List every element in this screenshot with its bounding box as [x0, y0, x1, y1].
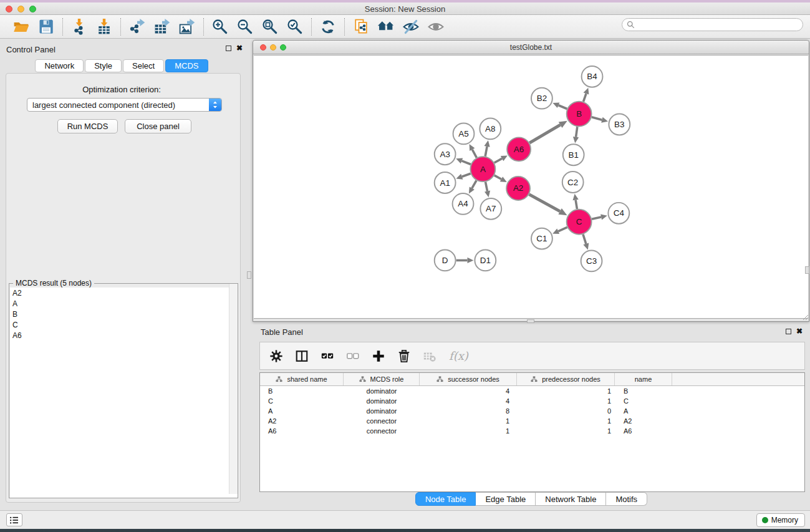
table-cell[interactable]: A6 [260, 426, 344, 436]
table-cell[interactable]: connector [344, 426, 420, 436]
node-A4[interactable]: A4 [453, 193, 474, 215]
table-cell[interactable]: A6 [615, 426, 672, 436]
add-column-button[interactable] [371, 349, 386, 364]
export-network-button[interactable] [128, 17, 147, 36]
export-image-button[interactable] [178, 17, 196, 36]
edge-B-B4[interactable] [584, 88, 589, 102]
node-A7[interactable]: A7 [480, 198, 501, 220]
mcds-result-item[interactable]: C [10, 319, 238, 330]
edge-B-B3[interactable] [592, 117, 608, 123]
table-cell[interactable]: 1 [517, 416, 615, 426]
table-cell[interactable]: 1 [420, 426, 517, 436]
node-D[interactable]: D [435, 250, 456, 271]
memory-button[interactable]: Memory [756, 513, 805, 527]
home-view-button[interactable] [377, 17, 395, 36]
import-network-button[interactable] [70, 17, 89, 36]
table-cell[interactable]: 4 [420, 396, 517, 406]
export-table-button[interactable] [153, 17, 171, 36]
node-A5[interactable]: A5 [453, 123, 475, 144]
tab-network[interactable]: Network [35, 59, 84, 72]
node-B[interactable]: B [567, 102, 592, 127]
node-A6[interactable]: A6 [507, 137, 531, 161]
hide-graphics-details-button[interactable] [402, 17, 420, 36]
open-session-button[interactable] [12, 17, 31, 36]
table-cell[interactable]: 1 [517, 396, 615, 406]
mcds-result-item[interactable]: A [10, 298, 238, 309]
table-row[interactable]: Cdominator41C [260, 396, 804, 406]
edge-D-D1[interactable] [456, 258, 474, 263]
table-cell[interactable]: 1 [517, 426, 615, 436]
mcds-result-item[interactable]: A2 [10, 288, 238, 298]
tab-motifs[interactable]: Motifs [606, 492, 647, 506]
edge-A6-B[interactable] [529, 121, 567, 143]
save-session-button[interactable] [37, 17, 55, 36]
mcds-result-item[interactable]: A6 [10, 330, 238, 341]
node-A2[interactable]: A2 [506, 177, 530, 200]
table-cell[interactable]: B [615, 386, 672, 396]
column-header-name[interactable]: name [615, 373, 672, 385]
table-cell[interactable]: A [260, 406, 344, 416]
table-cell[interactable]: A [615, 406, 672, 416]
show-graphics-details-button[interactable] [427, 17, 445, 36]
refresh-view-button[interactable] [319, 17, 337, 36]
zoom-out-button[interactable] [236, 17, 254, 36]
column-header-predecessor-nodes[interactable]: predecessor nodes [517, 373, 615, 385]
edge-A-A2[interactable] [494, 175, 507, 182]
table-row[interactable]: A2connector11A2 [260, 416, 804, 426]
edge-B-B1[interactable] [573, 127, 579, 143]
node-C4[interactable]: C4 [608, 203, 629, 224]
node-C2[interactable]: C2 [562, 172, 584, 193]
close-panel-icon[interactable]: ✖ [236, 46, 243, 51]
edge-A-A7[interactable] [485, 182, 490, 198]
task-history-button[interactable] [6, 513, 22, 526]
edge-A-A6[interactable] [494, 155, 508, 163]
column-header-MCDS-role[interactable]: MCDS role [344, 373, 420, 385]
search-input[interactable] [637, 21, 793, 29]
zoom-selected-button[interactable] [286, 17, 304, 36]
edge-C-C2[interactable] [573, 194, 579, 209]
table-cell[interactable]: dominator [344, 386, 420, 396]
run-mcds-button[interactable]: Run MCDS [57, 119, 118, 133]
close-panel-button[interactable]: Close panel [125, 119, 191, 133]
zoom-fit-button[interactable] [261, 17, 279, 36]
node-B1[interactable]: B1 [563, 144, 584, 165]
network-canvas[interactable]: B4B2BB3A5A8A3A6B1AA1C2A2A4A7C4CC1C3DD1 [254, 55, 808, 319]
edge-A-A5[interactable] [470, 144, 477, 158]
table-cell[interactable]: 0 [517, 406, 615, 416]
right-splitter-grip[interactable] [805, 266, 809, 274]
edge-C-C3[interactable] [583, 235, 589, 250]
tab-node-table[interactable]: Node Table [415, 492, 476, 506]
resize-grip-icon[interactable] [802, 314, 808, 320]
table-cell[interactable]: 1 [420, 416, 517, 426]
mcds-list-scrollbar[interactable] [229, 284, 238, 494]
edge-A-A1[interactable] [456, 173, 470, 179]
node-B4[interactable]: B4 [582, 66, 603, 87]
column-settings-button[interactable] [269, 349, 284, 364]
node-A3[interactable]: A3 [435, 143, 456, 165]
function-builder-button[interactable]: f(x) [449, 349, 468, 362]
node-A[interactable]: A [470, 157, 495, 181]
node-table[interactable]: shared name MCDS role successor nodes pr… [259, 372, 805, 492]
select-all-button[interactable] [320, 349, 335, 364]
node-A1[interactable]: A1 [435, 172, 456, 193]
table-cell[interactable]: C [260, 396, 344, 406]
import-table-button[interactable] [95, 17, 113, 36]
deselect-all-button[interactable] [345, 349, 360, 364]
edge-B-B2[interactable] [552, 102, 567, 109]
edge-C-C1[interactable] [552, 227, 567, 234]
network-window-titlebar[interactable]: testGlobe.txt [253, 41, 809, 54]
node-D1[interactable]: D1 [475, 250, 496, 271]
table-cell[interactable]: 8 [420, 406, 517, 416]
tab-mcds[interactable]: MCDS [165, 59, 208, 72]
delete-column-button[interactable] [397, 349, 412, 364]
optimization-criterion-select[interactable]: largest connected component (directed) [27, 98, 222, 112]
mcds-result-item[interactable]: B [10, 309, 238, 319]
table-cell[interactable]: dominator [344, 406, 420, 416]
node-B2[interactable]: B2 [531, 88, 552, 109]
table-cell[interactable]: C [615, 396, 672, 406]
table-cell[interactable]: 4 [420, 386, 517, 396]
node-C[interactable]: C [567, 210, 592, 235]
table-row[interactable]: Bdominator41B [260, 386, 804, 396]
edge-A-A8[interactable] [484, 140, 489, 157]
node-C1[interactable]: C1 [531, 228, 552, 249]
